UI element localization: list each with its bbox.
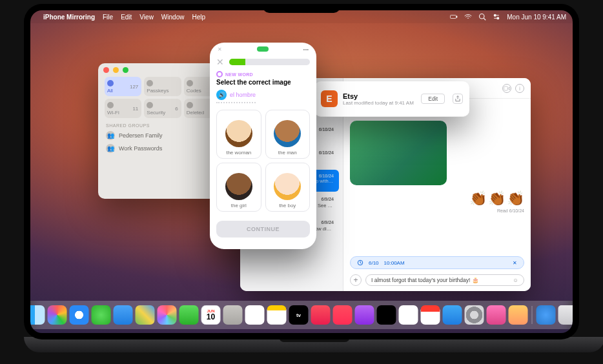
- dock-app-facetime[interactable]: [179, 305, 199, 325]
- read-receipt: Read 6/10/24: [350, 208, 524, 213]
- dock-app-reminders[interactable]: [245, 305, 265, 325]
- dock-app-notes[interactable]: [267, 305, 287, 325]
- iphone-status-icons: •••: [303, 46, 309, 52]
- dock-app-podcasts[interactable]: [355, 305, 374, 325]
- clap-emoji: 👏🏾: [488, 190, 506, 207]
- duolingo-header: ✕: [210, 56, 316, 67]
- dock-app-numbers[interactable]: [377, 305, 396, 325]
- spotlight-icon[interactable]: [478, 13, 486, 21]
- phrase-row[interactable]: 🔊 el hombre: [216, 90, 256, 103]
- dock-app-settings[interactable]: [465, 305, 484, 325]
- iphone-mirroring-window: ✕ ••• ✕ NEW WORD Select the correct imag…: [210, 43, 316, 249]
- notes-header-card: E Etsy Last modified today at 9:41 AM Ed…: [314, 81, 469, 117]
- dock-app-calendar[interactable]: JUN10: [201, 305, 221, 325]
- dock-app-extra2[interactable]: [509, 305, 528, 325]
- menubar-app-name[interactable]: iPhone Mirroring: [43, 14, 95, 21]
- display-notch: [263, 4, 340, 13]
- dock-app-appstore[interactable]: [443, 305, 462, 325]
- emoji-picker-icon[interactable]: ☺: [513, 277, 518, 283]
- dock-app-music[interactable]: [311, 305, 331, 325]
- note-title: Etsy: [343, 92, 416, 100]
- control-center-icon[interactable]: [493, 13, 500, 21]
- passwords-tile-all[interactable]: All127: [105, 77, 141, 96]
- menu-help[interactable]: Help: [192, 14, 205, 21]
- svg-point-4: [497, 17, 499, 19]
- dock: JUN10 tv: [30, 301, 573, 329]
- edit-button[interactable]: Edit: [421, 94, 445, 104]
- option-card-girl[interactable]: the girl: [216, 163, 261, 212]
- schedule-date: 6/10: [369, 260, 379, 266]
- option-card-man[interactable]: the man: [265, 110, 311, 159]
- message-reactions: 👏🏾👏🏾👏🏾: [350, 190, 524, 207]
- dock-downloads[interactable]: [537, 305, 556, 325]
- scheduled-send-bar[interactable]: 6/10 10:00AM ✕: [350, 256, 524, 269]
- svg-point-3: [495, 14, 496, 16]
- battery-icon[interactable]: [450, 13, 458, 21]
- dock-app-extra1[interactable]: [487, 305, 506, 325]
- passwords-window: All127 Passkeys Codes Wi-Fi11 Security6 …: [98, 63, 227, 199]
- macbook-frame: iPhone Mirroring File Edit View Window H…: [24, 4, 579, 352]
- wifi-icon[interactable]: [464, 13, 472, 21]
- attach-button[interactable]: +: [350, 274, 362, 286]
- close-lesson-icon[interactable]: ✕: [216, 57, 224, 67]
- dock-app-maps[interactable]: [136, 305, 155, 325]
- passwords-group-work[interactable]: 👥Work Passwords: [98, 142, 227, 155]
- continue-button[interactable]: CONTINUE: [216, 221, 310, 238]
- option-card-boy[interactable]: the boy: [265, 163, 311, 212]
- clock-icon: [357, 259, 363, 266]
- screen-bezel: iPhone Mirroring File Edit View Window H…: [24, 4, 579, 339]
- dock-app-contacts[interactable]: [223, 305, 243, 325]
- cancel-schedule-icon[interactable]: ✕: [513, 260, 517, 266]
- phrase-text: el hombre: [230, 92, 256, 98]
- facetime-video-icon[interactable]: [502, 84, 511, 93]
- dock-app-messages[interactable]: [92, 305, 111, 325]
- svg-rect-0: [451, 15, 456, 19]
- speaker-icon[interactable]: 🔊: [216, 90, 227, 100]
- message-input[interactable]: I almost forgot that today's your birthd…: [365, 274, 524, 286]
- etsy-icon: E: [321, 90, 338, 107]
- dock-trash[interactable]: [558, 305, 573, 325]
- close-icon[interactable]: ✕: [218, 46, 222, 52]
- iphone-status-bar: ✕ •••: [210, 43, 316, 56]
- passwords-tile-passkeys[interactable]: Passkeys: [144, 77, 181, 96]
- dock-app-photos[interactable]: [158, 305, 177, 325]
- svg-rect-1: [456, 16, 457, 17]
- menubar-clock[interactable]: Mon Jun 10 9:41 AM: [507, 14, 566, 21]
- dock-app-launchpad[interactable]: [48, 305, 67, 325]
- share-icon[interactable]: [453, 94, 463, 104]
- dock-app-tv[interactable]: tv: [289, 305, 309, 325]
- clap-emoji: 👏🏾: [507, 190, 524, 207]
- option-card-woman[interactable]: the woman: [216, 110, 261, 159]
- dock-app-mail[interactable]: [114, 305, 133, 325]
- dock-app-safari[interactable]: [70, 305, 89, 325]
- new-word-badge: NEW WORD: [210, 67, 316, 79]
- dock-separator: [532, 306, 533, 324]
- dock-app-pages[interactable]: [421, 305, 440, 325]
- clap-emoji: 👏🏾: [469, 190, 487, 207]
- svg-point-2: [480, 14, 485, 19]
- passwords-tile-wifi[interactable]: Wi-Fi11: [105, 99, 141, 118]
- info-icon[interactable]: i: [515, 84, 524, 93]
- window-traffic-lights[interactable]: [98, 63, 227, 77]
- note-subtitle: Last modified today at 9:41 AM: [343, 100, 416, 106]
- dynamic-island-pill: [257, 46, 269, 52]
- schedule-time: 10:00AM: [384, 260, 405, 266]
- dock-app-news[interactable]: [333, 305, 353, 325]
- desktop: iPhone Mirroring File Edit View Window H…: [30, 10, 573, 333]
- passwords-tile-security[interactable]: Security6: [144, 99, 181, 118]
- message-draft-text: I almost forgot that today's your birthd…: [371, 277, 479, 283]
- menu-view[interactable]: View: [139, 14, 154, 21]
- progress-bar: [229, 59, 310, 65]
- dock-app-finder[interactable]: [30, 305, 45, 325]
- dock-app-keynote[interactable]: [399, 305, 418, 325]
- menu-file[interactable]: File: [103, 14, 113, 21]
- menu-window[interactable]: Window: [161, 14, 185, 21]
- passwords-groups-header: SHARED GROUPS: [98, 118, 227, 129]
- menu-edit[interactable]: Edit: [121, 14, 132, 21]
- passwords-group-family[interactable]: 👥Pedersen Family: [98, 129, 227, 142]
- lesson-prompt: Select the correct image: [210, 79, 316, 86]
- message-image-attachment[interactable]: [350, 121, 447, 185]
- svg-rect-5: [504, 86, 508, 90]
